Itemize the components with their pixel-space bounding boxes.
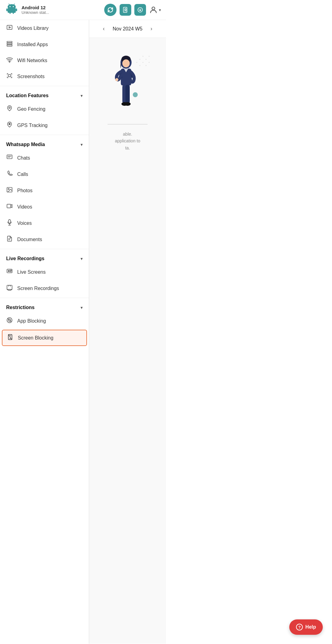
svg-rect-2 bbox=[6, 9, 7, 11]
gps-tracking-label: GPS Tracking bbox=[17, 123, 48, 128]
svg-line-49 bbox=[8, 335, 12, 340]
installed-apps-label: Installed Apps bbox=[17, 42, 48, 47]
sidebar-item-calls[interactable]: Calls bbox=[0, 166, 89, 182]
sidebar-item-screenshots[interactable]: Screenshots bbox=[0, 68, 89, 85]
svg-point-61 bbox=[122, 59, 130, 67]
svg-point-30 bbox=[8, 189, 9, 189]
gps-tracking-icon bbox=[6, 121, 13, 129]
svg-rect-20 bbox=[7, 45, 12, 46]
section-header-location-features[interactable]: Location Features ▾ bbox=[0, 87, 89, 101]
svg-point-15 bbox=[152, 7, 155, 10]
video-library-icon bbox=[6, 24, 13, 32]
chats-label: Chats bbox=[17, 155, 30, 161]
sidebar-item-installed-apps[interactable]: Installed Apps bbox=[0, 36, 89, 53]
android-icon bbox=[5, 3, 18, 17]
sidebar-item-screen-blocking[interactable]: Screen Blocking bbox=[2, 330, 87, 346]
sidebar-item-chats[interactable]: Chats bbox=[0, 150, 89, 166]
sidebar-item-documents[interactable]: Documents bbox=[0, 231, 89, 248]
screenshots-label: Screenshots bbox=[17, 74, 45, 79]
user-chevron-icon: ▾ bbox=[159, 8, 161, 12]
section-header-restrictions[interactable]: Restrictions ▾ bbox=[0, 299, 89, 313]
section-header-live-recordings[interactable]: Live Recordings ▾ bbox=[0, 250, 89, 264]
illustration-base-line bbox=[108, 124, 148, 125]
sidebar-item-app-blocking[interactable]: App Blocking bbox=[0, 313, 89, 329]
caption-line2: application to bbox=[115, 138, 140, 143]
sidebar-item-voices[interactable]: Voices bbox=[0, 215, 89, 231]
videos-icon bbox=[6, 203, 13, 211]
divider-3 bbox=[0, 249, 89, 249]
sidebar-item-wifi-networks[interactable]: Wifi Networks bbox=[0, 53, 89, 68]
photos-label: Photos bbox=[17, 188, 33, 193]
videos-library-label: Videos Library bbox=[17, 26, 49, 31]
svg-rect-4 bbox=[10, 12, 11, 14]
svg-point-53 bbox=[139, 65, 140, 66]
wifi-networks-label: Wifi Networks bbox=[17, 58, 47, 63]
sidebar-item-videos[interactable]: Videos bbox=[0, 199, 89, 215]
section-header-whatsapp-media[interactable]: Whatsapp Media ▾ bbox=[0, 136, 89, 150]
svg-point-48 bbox=[10, 338, 10, 339]
svg-point-57 bbox=[142, 56, 144, 57]
photos-icon bbox=[6, 187, 13, 194]
voices-label: Voices bbox=[17, 221, 32, 226]
sidebar-item-live-screens[interactable]: Live Screens bbox=[0, 264, 89, 280]
svg-point-6 bbox=[10, 6, 11, 7]
restrictions-title: Restrictions bbox=[6, 305, 34, 310]
chats-icon bbox=[6, 154, 13, 162]
device-name: Android 12 bbox=[22, 5, 101, 10]
svg-point-50 bbox=[139, 59, 140, 60]
screen-recordings-icon bbox=[6, 284, 13, 292]
sidebar-item-videos-library[interactable]: Videos Library bbox=[0, 20, 89, 36]
device-info: Android 12 Unknown stat... bbox=[22, 5, 101, 15]
svg-point-25 bbox=[9, 124, 10, 125]
main-content: ‹ Nov 2024 W5 › bbox=[89, 20, 166, 644]
sidebar-item-screen-recordings[interactable]: Screen Recordings bbox=[0, 280, 89, 296]
svg-rect-31 bbox=[7, 204, 11, 208]
svg-point-11 bbox=[125, 9, 126, 10]
divider-1 bbox=[0, 86, 89, 86]
layout: Videos Library Installed Apps bbox=[0, 20, 166, 644]
caption-line3: ta. bbox=[125, 145, 130, 150]
screen-recordings-label: Screen Recordings bbox=[17, 286, 59, 291]
user-menu-button[interactable]: ▾ bbox=[149, 6, 161, 14]
live-recordings-chevron: ▾ bbox=[81, 256, 83, 261]
week-label: Nov 2024 W5 bbox=[113, 26, 143, 32]
next-week-button[interactable]: › bbox=[148, 24, 155, 33]
svg-point-68 bbox=[133, 92, 138, 97]
calls-icon bbox=[6, 170, 13, 178]
svg-rect-19 bbox=[7, 43, 12, 44]
whatsapp-media-title: Whatsapp Media bbox=[6, 142, 45, 147]
documents-label: Documents bbox=[17, 237, 42, 242]
location-features-title: Location Features bbox=[6, 93, 49, 98]
svg-point-56 bbox=[148, 56, 150, 57]
book-button[interactable] bbox=[120, 4, 131, 16]
geo-fencing-label: Geo Fencing bbox=[17, 106, 45, 112]
svg-rect-5 bbox=[13, 12, 14, 14]
location-features-chevron: ▾ bbox=[81, 93, 83, 98]
download-button[interactable] bbox=[134, 4, 146, 16]
divider-4 bbox=[0, 298, 89, 298]
svg-point-21 bbox=[9, 62, 10, 62]
documents-icon bbox=[6, 236, 13, 243]
svg-point-66 bbox=[124, 102, 131, 106]
svg-point-7 bbox=[13, 6, 14, 7]
svg-point-54 bbox=[145, 65, 147, 66]
app-blocking-icon bbox=[6, 317, 13, 325]
screenshots-icon bbox=[6, 73, 13, 80]
sidebar-item-gps-tracking[interactable]: GPS Tracking bbox=[0, 117, 89, 133]
svg-marker-17 bbox=[9, 27, 10, 28]
screen-blocking-label: Screen Blocking bbox=[18, 335, 53, 341]
sidebar-item-geo-fencing[interactable]: Geo Fencing bbox=[0, 101, 89, 117]
calls-label: Calls bbox=[17, 172, 28, 177]
svg-rect-3 bbox=[16, 9, 17, 11]
sidebar: Videos Library Installed Apps bbox=[0, 20, 89, 644]
sidebar-item-photos[interactable]: Photos bbox=[0, 182, 89, 199]
sync-button[interactable] bbox=[104, 4, 117, 16]
svg-point-51 bbox=[142, 62, 144, 63]
svg-rect-26 bbox=[7, 155, 12, 159]
svg-rect-1 bbox=[8, 8, 16, 13]
header: Android 12 Unknown stat... ▾ bbox=[0, 0, 166, 20]
svg-point-23 bbox=[9, 107, 10, 109]
prev-week-button[interactable]: ‹ bbox=[101, 24, 107, 33]
svg-rect-43 bbox=[7, 285, 12, 289]
illustration-figure bbox=[103, 50, 152, 124]
